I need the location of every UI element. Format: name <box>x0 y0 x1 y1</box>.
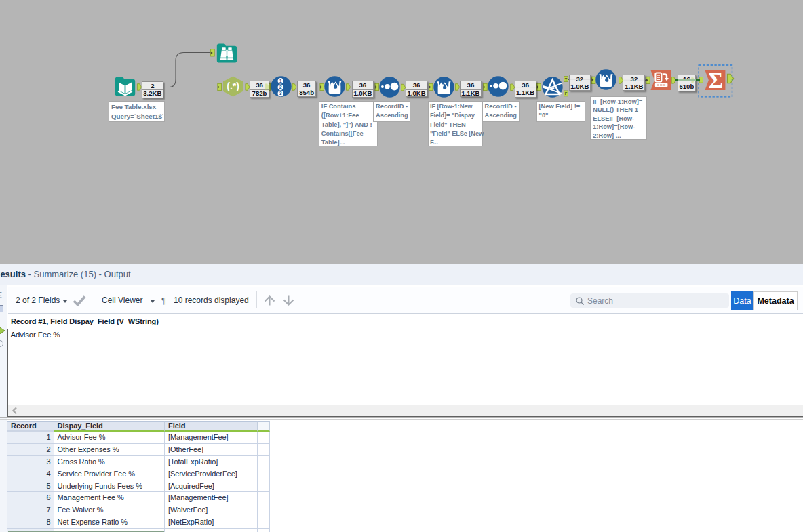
svg-text:Σ: Σ <box>708 70 723 91</box>
svg-text:2: 2 <box>279 85 282 89</box>
svg-text:(.*): (.*) <box>227 81 239 91</box>
svg-text:F: F <box>565 91 568 96</box>
svg-text:T: T <box>565 77 568 81</box>
svg-text:3: 3 <box>279 91 282 96</box>
svg-text:1: 1 <box>279 79 282 83</box>
